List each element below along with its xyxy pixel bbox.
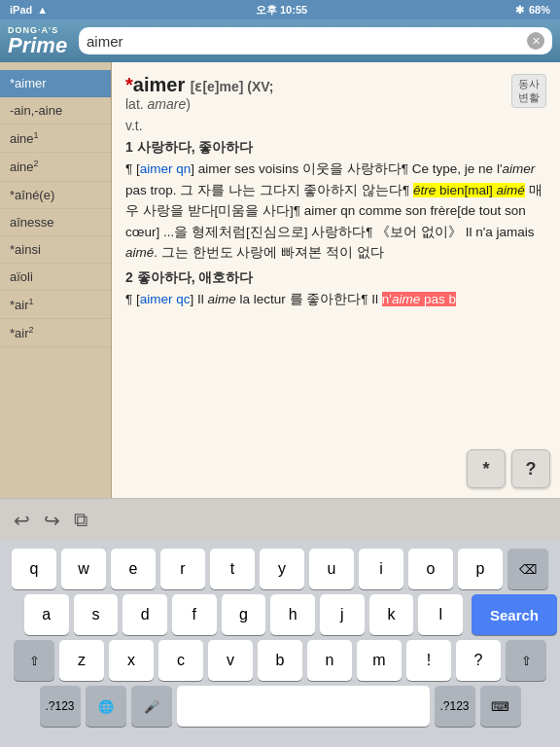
asterisk-button[interactable]: * <box>467 449 506 488</box>
key-b[interactable]: b <box>258 640 302 681</box>
key-y[interactable]: y <box>260 549 304 589</box>
key-j[interactable]: j <box>320 594 365 635</box>
redo-button[interactable]: ↪ <box>44 509 60 532</box>
bluetooth-icon: ✱ <box>515 4 524 17</box>
nav-bar: DONG·A'S Prime ✕ <box>0 19 560 62</box>
key-u[interactable]: u <box>309 549 354 589</box>
app-logo: DONG·A'S Prime <box>8 26 71 56</box>
sidebar-item-aine1[interactable]: aine1 <box>0 124 111 153</box>
search-bar[interactable]: ✕ <box>79 27 552 54</box>
question-button[interactable]: ? <box>511 449 550 488</box>
keyboard-row-1: q w e r t y u i o p ⌫ <box>3 549 557 589</box>
key-d[interactable]: d <box>122 594 167 635</box>
sidebar: *aimer -ain,-aine aine1 aine2 *aîné(e) a… <box>0 62 112 498</box>
sidebar-item-ainsi[interactable]: *ainsi <box>0 236 111 264</box>
entry-title-block: *aimer [ɛ[e]me] (XV; lat. amare) <box>125 74 274 112</box>
sidebar-item-air2[interactable]: *air2 <box>0 319 111 347</box>
sense-1-num: 1 사랑하다, 좋아하다 <box>125 139 546 157</box>
key-c[interactable]: c <box>158 640 203 681</box>
key-globe[interactable]: 🌐 <box>86 686 126 727</box>
key-a[interactable]: a <box>24 594 69 635</box>
carrier-label: iPad <box>10 4 32 16</box>
clear-button[interactable]: ✕ <box>527 32 544 50</box>
keyboard: q w e r t y u i o p ⌫ a s d f g h j k l … <box>0 541 560 747</box>
status-bar: iPad ▲ 오후 10:55 ✱ 68% <box>0 0 560 19</box>
sidebar-item-ainesse[interactable]: aînesse <box>0 209 111 236</box>
keyboard-row-3: ⇧ z x c v b n m ! ? ⇧ <box>3 640 557 681</box>
key-shift[interactable]: ⇧ <box>14 640 54 681</box>
key-delete[interactable]: ⌫ <box>508 549 548 589</box>
key-keyboard[interactable]: ⌨ <box>480 686 521 727</box>
key-h[interactable]: h <box>270 594 315 635</box>
entry-pronunciation: [ɛ[e]me] (XV; <box>191 79 274 94</box>
status-right: ✱ 68% <box>515 4 550 17</box>
sidebar-item-air1[interactable]: *air1 <box>0 291 111 319</box>
logo-name: Prime <box>8 33 67 57</box>
key-i[interactable]: i <box>359 549 403 589</box>
entry-asterisk: * <box>125 74 133 95</box>
keyboard-row-4: .?123 🌐 🎤 .?123 ⌨ <box>3 686 557 727</box>
sidebar-item-aine2[interactable]: aine2 <box>0 153 111 181</box>
sidebar-item-ain-aine[interactable]: -ain,-aine <box>0 97 111 124</box>
status-left: iPad ▲ <box>10 4 48 16</box>
key-numbers[interactable]: .?123 <box>40 686 81 727</box>
entry-title: *aimer [ɛ[e]me] (XV; <box>125 74 274 96</box>
search-button[interactable]: Search <box>472 594 557 635</box>
key-w[interactable]: w <box>61 549 106 589</box>
entry-word: aimer <box>133 74 185 95</box>
float-buttons: * ? <box>467 449 550 488</box>
main-content: *aimer -ain,-aine aine1 aine2 *aîné(e) a… <box>0 62 560 498</box>
status-time: 오후 10:55 <box>256 3 307 18</box>
key-v[interactable]: v <box>208 640 253 681</box>
key-question[interactable]: ? <box>456 640 501 681</box>
key-r[interactable]: r <box>160 549 205 589</box>
sidebar-item-aimer[interactable]: *aimer <box>0 70 111 97</box>
sense-2-num: 2 좋아하다, 애호하다 <box>125 269 546 287</box>
key-k[interactable]: k <box>369 594 414 635</box>
key-g[interactable]: g <box>222 594 266 635</box>
key-p[interactable]: p <box>458 549 503 589</box>
key-z[interactable]: z <box>59 640 104 681</box>
key-o[interactable]: o <box>408 549 453 589</box>
key-n[interactable]: n <box>307 640 352 681</box>
verb-tag: 동사 변활 <box>511 74 546 108</box>
sidebar-item-aioli[interactable]: aïoli <box>0 264 111 291</box>
entry-header: *aimer [ɛ[e]me] (XV; lat. amare) 동사 변활 <box>125 74 546 112</box>
key-exclaim[interactable]: ! <box>406 640 451 681</box>
verb-tag-line1: 동사 <box>518 77 540 90</box>
key-s[interactable]: s <box>74 594 119 635</box>
key-space[interactable] <box>177 686 430 727</box>
key-numbers-right[interactable]: .?123 <box>435 686 475 727</box>
battery-label: 68% <box>529 4 550 16</box>
entry-etymology: lat. amare) <box>125 96 274 112</box>
key-m[interactable]: m <box>357 640 402 681</box>
key-f[interactable]: f <box>172 594 217 635</box>
part-of-speech: v.t. <box>125 118 546 133</box>
key-x[interactable]: x <box>109 640 154 681</box>
wifi-icon: ▲ <box>37 4 48 16</box>
key-mic[interactable]: 🎤 <box>131 686 172 727</box>
verb-tag-line2: 변활 <box>518 90 540 104</box>
key-shift-right[interactable]: ⇧ <box>506 640 546 681</box>
key-l[interactable]: l <box>418 594 463 635</box>
key-e[interactable]: e <box>111 549 156 589</box>
sidebar-item-aine-e[interactable]: *aîné(e) <box>0 182 111 209</box>
key-q[interactable]: q <box>12 549 56 589</box>
copy-button[interactable]: ⧉ <box>74 509 88 531</box>
sense-2-text: ¶ [aimer qc] Il aime la lectur 를 좋아한다¶ I… <box>125 289 546 310</box>
undo-button[interactable]: ↩ <box>14 509 30 532</box>
search-input[interactable] <box>87 33 523 50</box>
sense-1-text: ¶ [aimer qn] aimer ses voisins 이웃을 사랑하다¶… <box>125 159 546 264</box>
toolbar: ↩ ↪ ⧉ <box>0 498 560 541</box>
dict-content: *aimer [ɛ[e]me] (XV; lat. amare) 동사 변활 v… <box>112 62 560 498</box>
key-t[interactable]: t <box>210 549 255 589</box>
keyboard-row-2: a s d f g h j k l Search <box>3 594 557 635</box>
